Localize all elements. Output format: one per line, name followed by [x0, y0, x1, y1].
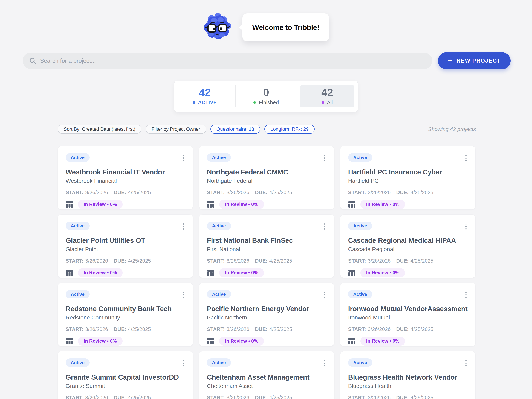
project-dates: START: 3/26/2026 DUE: 4/25/2025	[207, 395, 326, 399]
finished-count: 0	[263, 87, 269, 98]
table-grid-icon	[348, 337, 356, 345]
kebab-menu-icon[interactable]	[323, 154, 326, 162]
project-company: Redstone Community	[66, 314, 185, 321]
status-badge: Active	[348, 290, 372, 299]
filter-pills: Sort By: Created Date (latest first) Fil…	[58, 125, 315, 134]
kebab-menu-icon[interactable]	[182, 222, 185, 231]
project-card[interactable]: Active Northgate Federal CMMC Northgate …	[199, 146, 335, 210]
due-label: DUE:	[114, 326, 126, 332]
kebab-menu-icon[interactable]	[182, 290, 185, 299]
status-badge: Active	[207, 222, 231, 230]
longform-rfx-filter-pill[interactable]: Longform RFx: 29	[264, 125, 315, 134]
kebab-menu-icon[interactable]	[464, 154, 468, 162]
project-dates: START: 3/26/2026 DUE: 4/25/2025	[66, 326, 185, 332]
stat-segment-all[interactable]: 42 All	[297, 81, 358, 112]
progress-status-pill: In Review • 0%	[219, 200, 264, 209]
status-badge: Active	[207, 290, 231, 299]
project-card[interactable]: Active Bluegrass Health Network Vendor B…	[340, 351, 475, 399]
project-card[interactable]: Active Cheltenham Asset Management Chelt…	[199, 351, 335, 399]
all-count: 42	[321, 87, 333, 98]
project-title: Redstone Community Bank Tech	[66, 305, 185, 313]
project-card[interactable]: Active Hartfield PC Insurance Cyber Hart…	[340, 146, 475, 210]
progress-status-pill: In Review • 0%	[78, 200, 123, 209]
all-dot-icon	[322, 101, 324, 104]
start-label: START:	[66, 326, 83, 332]
all-label: All	[327, 100, 333, 106]
kebab-menu-icon[interactable]	[323, 290, 326, 299]
search-input[interactable]	[40, 57, 428, 64]
due-date: 4/25/2025	[128, 326, 151, 332]
sort-by-pill[interactable]: Sort By: Created Date (latest first)	[58, 125, 141, 134]
kebab-menu-icon[interactable]	[323, 359, 326, 368]
start-label: START:	[207, 190, 225, 195]
due-label: DUE:	[114, 395, 126, 399]
due-label: DUE:	[255, 258, 268, 264]
progress-status-pill: In Review • 0%	[361, 268, 405, 277]
project-card[interactable]: Active Ironwood Mutual VendorAssessment …	[340, 283, 475, 346]
due-date: 4/25/2025	[128, 258, 151, 264]
start-date: 3/26/2026	[85, 258, 108, 264]
stat-segment-active[interactable]: 42 ACTIVE	[174, 81, 235, 112]
kebab-menu-icon[interactable]	[182, 154, 185, 162]
status-badge: Active	[207, 358, 231, 367]
project-company: Pacific Northern	[207, 314, 326, 321]
project-card[interactable]: Active Pacific Northern Energy Vendor Pa…	[199, 283, 335, 346]
project-title: Westbrook Financial IT Vendor	[66, 168, 185, 176]
project-dates: START: 3/26/2026 DUE: 4/25/2025	[207, 326, 326, 332]
kebab-menu-icon[interactable]	[464, 359, 468, 368]
kebab-menu-icon[interactable]	[464, 290, 468, 299]
project-card[interactable]: Active Glacier Point Utilities OT Glacie…	[58, 214, 193, 278]
stat-segment-finished[interactable]: 0 Finished	[236, 81, 297, 112]
search-bar[interactable]	[23, 53, 432, 69]
start-date: 3/26/2026	[85, 395, 108, 399]
project-card[interactable]: Active Cascade Regional Medical HIPAA Ca…	[340, 214, 475, 278]
project-dates: START: 3/26/2026 DUE: 4/25/2025	[66, 190, 185, 195]
due-label: DUE:	[255, 395, 268, 399]
table-grid-icon	[66, 337, 73, 345]
status-badge: Active	[66, 153, 90, 162]
kebab-menu-icon[interactable]	[323, 222, 326, 231]
project-card[interactable]: Active First National Bank FinSec First …	[199, 214, 335, 278]
start-date: 3/26/2026	[227, 258, 249, 264]
project-title: Granite Summit Capital InvestorDD	[66, 373, 185, 381]
project-company: Granite Summit	[66, 383, 185, 389]
filter-by-owner-pill[interactable]: Filter by Project Owner	[146, 125, 206, 134]
due-date: 4/25/2025	[269, 190, 292, 195]
start-date: 3/26/2026	[368, 326, 391, 332]
due-date: 4/25/2025	[128, 190, 151, 195]
start-date: 3/26/2026	[227, 190, 249, 195]
project-title: Bluegrass Health Network Vendor	[348, 373, 468, 381]
status-badge: Active	[66, 222, 90, 230]
start-label: START:	[348, 258, 366, 264]
search-icon	[29, 57, 36, 64]
finished-label: Finished	[259, 100, 279, 106]
project-dates: START: 3/26/2026 DUE: 4/25/2025	[348, 190, 468, 195]
status-badge: Active	[66, 290, 90, 299]
project-company: Bluegrass Health	[348, 383, 468, 389]
welcome-text: Welcome to Tribble!	[252, 23, 319, 32]
project-dates: START: 3/26/2026 DUE: 4/25/2025	[66, 395, 185, 399]
kebab-menu-icon[interactable]	[182, 359, 185, 368]
tribble-mascot-icon	[203, 13, 232, 41]
project-card[interactable]: Active Westbrook Financial IT Vendor Wes…	[58, 146, 193, 210]
project-company: Cheltenham Asset	[207, 383, 326, 389]
kebab-menu-icon[interactable]	[464, 222, 468, 231]
active-dot-icon	[193, 101, 195, 104]
status-badge: Active	[348, 358, 372, 367]
active-label: ACTIVE	[198, 100, 217, 105]
project-title: Pacific Northern Energy Vendor	[207, 305, 326, 313]
due-label: DUE:	[114, 190, 126, 195]
project-company: Cascade Regional	[348, 246, 468, 253]
start-label: START:	[66, 190, 83, 195]
project-dates: START: 3/26/2026 DUE: 4/25/2025	[348, 258, 468, 264]
start-label: START:	[207, 326, 225, 332]
project-card[interactable]: Active Granite Summit Capital InvestorDD…	[58, 351, 193, 399]
questionnaire-filter-pill[interactable]: Questionnaire: 13	[210, 125, 260, 134]
new-project-button[interactable]: + NEW PROJECT	[438, 52, 511, 69]
progress-status-pill: In Review • 0%	[219, 268, 264, 277]
project-dates: START: 3/26/2026 DUE: 4/25/2025	[348, 395, 468, 399]
project-card[interactable]: Active Redstone Community Bank Tech Reds…	[58, 283, 193, 346]
due-label: DUE:	[114, 258, 126, 264]
search-row: + NEW PROJECT	[23, 52, 511, 69]
project-title: Northgate Federal CMMC	[207, 168, 326, 176]
